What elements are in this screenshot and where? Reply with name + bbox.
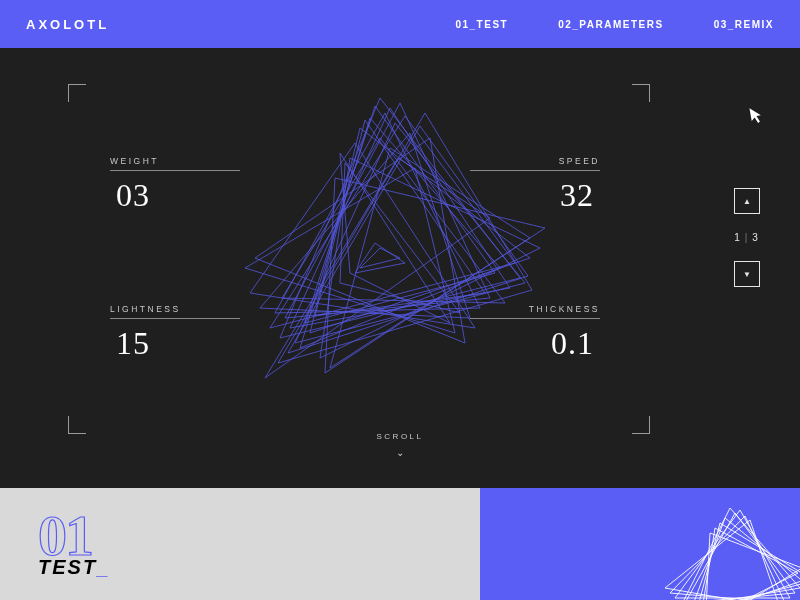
param-value: 03 bbox=[110, 177, 240, 214]
frame-corner-tr bbox=[632, 84, 650, 102]
svg-marker-21 bbox=[340, 153, 450, 323]
cursor-icon bbox=[748, 105, 765, 128]
param-label: SPEED bbox=[470, 156, 600, 166]
param-lightness: LIGHTNESS 15 bbox=[110, 304, 240, 362]
param-value: 32 bbox=[470, 177, 600, 214]
section-label: TEST bbox=[38, 556, 480, 579]
chevron-down-icon: ⌄ bbox=[376, 447, 423, 458]
param-label: THICKNESS bbox=[470, 304, 600, 314]
svg-marker-26 bbox=[685, 513, 795, 600]
section-number: 01 bbox=[38, 510, 480, 562]
nav-parameters[interactable]: 02_PARAMETERS bbox=[558, 19, 663, 30]
param-rule bbox=[470, 318, 600, 319]
preview-visualization bbox=[610, 498, 800, 600]
footer-sections: 01 TEST bbox=[0, 488, 800, 600]
param-value: 15 bbox=[110, 325, 240, 362]
side-pager-controls: ▲ 1|3 ▼ bbox=[734, 188, 760, 287]
nav-test[interactable]: 01_TEST bbox=[455, 19, 508, 30]
section-card-preview[interactable] bbox=[480, 488, 800, 600]
svg-marker-25 bbox=[680, 508, 800, 600]
scroll-cue[interactable]: SCROLL ⌄ bbox=[376, 432, 423, 458]
page-current: 1 bbox=[734, 232, 742, 243]
param-rule bbox=[470, 170, 600, 171]
param-value: 0.1 bbox=[470, 325, 600, 362]
param-speed: SPEED 32 bbox=[470, 156, 600, 214]
param-label: WEIGHT bbox=[110, 156, 240, 166]
param-thickness: THICKNESS 0.1 bbox=[470, 304, 600, 362]
param-rule bbox=[110, 170, 240, 171]
page-down-button[interactable]: ▼ bbox=[734, 261, 760, 287]
page-up-button[interactable]: ▲ bbox=[734, 188, 760, 214]
canvas-area: WEIGHT 03 SPEED 32 LIGHTNESS 15 THICKNES… bbox=[0, 48, 800, 488]
param-label: LIGHTNESS bbox=[110, 304, 240, 314]
param-rule bbox=[110, 318, 240, 319]
header: AXOLOTL 01_TEST 02_PARAMETERS 03_REMIX bbox=[0, 0, 800, 48]
frame-corner-bl bbox=[68, 416, 86, 434]
triangle-up-icon: ▲ bbox=[743, 197, 751, 206]
page-total: 3 bbox=[752, 232, 760, 243]
param-weight: WEIGHT 03 bbox=[110, 156, 240, 214]
page-indicator: 1|3 bbox=[734, 232, 760, 243]
scroll-label: SCROLL bbox=[376, 432, 423, 441]
svg-marker-28 bbox=[675, 510, 790, 598]
generative-visualization bbox=[190, 68, 570, 428]
frame-corner-br bbox=[632, 416, 650, 434]
main-nav: 01_TEST 02_PARAMETERS 03_REMIX bbox=[455, 19, 774, 30]
brand-logo[interactable]: AXOLOTL bbox=[26, 17, 109, 32]
section-card-test[interactable]: 01 TEST bbox=[0, 488, 480, 600]
triangle-down-icon: ▼ bbox=[743, 270, 751, 279]
nav-remix[interactable]: 03_REMIX bbox=[714, 19, 774, 30]
frame-corner-tl bbox=[68, 84, 86, 102]
svg-marker-27 bbox=[690, 518, 800, 600]
